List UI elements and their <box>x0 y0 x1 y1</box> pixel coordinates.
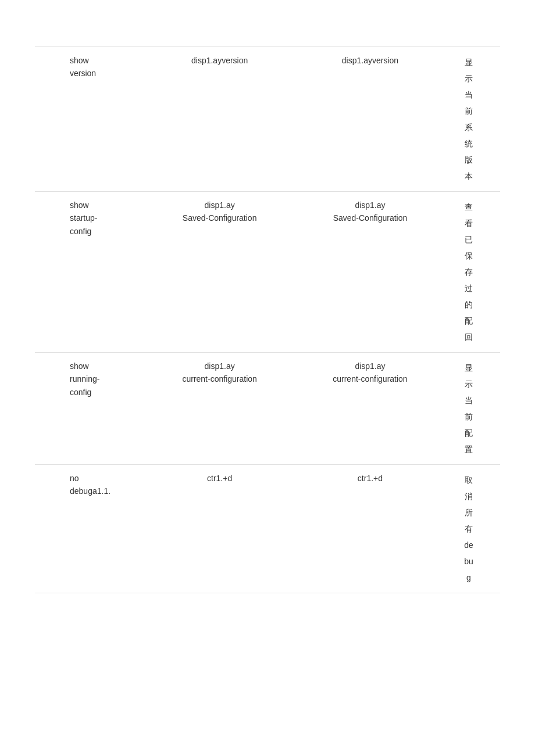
desc-char: 当 <box>455 392 483 409</box>
desc-char: 取 <box>455 472 483 488</box>
description-cell: 显示当前配置 <box>445 353 500 465</box>
desc-char: 显 <box>455 360 483 376</box>
param1-cell: disp1.ayversion <box>144 47 295 192</box>
desc-char: 的 <box>455 296 483 313</box>
table-row: show startup- configdisp1.aySaved-Config… <box>35 192 500 353</box>
desc-char: 回 <box>455 329 483 345</box>
desc-char: 置 <box>455 441 483 457</box>
desc-char: 消 <box>455 488 483 504</box>
desc-char: 所 <box>455 504 483 521</box>
desc-char: bu <box>455 553 483 569</box>
desc-char: 前 <box>455 409 483 425</box>
desc-char: 示 <box>455 70 483 87</box>
param2-cell: disp1.aySaved-Configuration <box>295 192 445 353</box>
description-cell: 查看已保存过的配回 <box>445 192 500 353</box>
table-row: show running- configdisp1.aycurrent-conf… <box>35 353 500 465</box>
desc-char: 过 <box>455 280 483 296</box>
desc-char: 前 <box>455 103 483 119</box>
desc-char: 系 <box>455 119 483 135</box>
description-cell: 取消所有debug <box>445 465 500 593</box>
desc-char: 示 <box>455 376 483 392</box>
desc-char: 统 <box>455 135 483 152</box>
param2-cell: ctr1.+d <box>295 465 445 593</box>
command-cell: show running- config <box>35 353 144 465</box>
param1-cell: ctr1.+d <box>144 465 295 593</box>
desc-char: 保 <box>455 248 483 264</box>
desc-char: 显 <box>455 54 483 70</box>
table-row: show versiondisp1.ayversiondisp1.ayversi… <box>35 47 500 192</box>
desc-char: g <box>455 569 483 586</box>
desc-char: 已 <box>455 231 483 248</box>
desc-char: 配 <box>455 425 483 441</box>
desc-char: 配 <box>455 313 483 329</box>
param1-cell: disp1.aySaved-Configuration <box>144 192 295 353</box>
desc-char: 本 <box>455 168 483 184</box>
desc-char: 有 <box>455 521 483 537</box>
desc-char: 存 <box>455 264 483 280</box>
desc-char: 看 <box>455 215 483 231</box>
command-table: show versiondisp1.ayversiondisp1.ayversi… <box>35 46 500 593</box>
description-cell: 显示当前系统版本 <box>445 47 500 192</box>
desc-char: 版 <box>455 152 483 168</box>
desc-char: de <box>455 537 483 553</box>
param2-cell: disp1.aycurrent-configuration <box>295 353 445 465</box>
main-content: show versiondisp1.ayversiondisp1.ayversi… <box>0 0 535 640</box>
param2-cell: disp1.ayversion <box>295 47 445 192</box>
desc-char: 当 <box>455 87 483 103</box>
command-cell: show version <box>35 47 144 192</box>
desc-char: 查 <box>455 199 483 215</box>
command-cell: show startup- config <box>35 192 144 353</box>
table-row: no debuga1.1.ctr1.+dctr1.+d取消所有debug <box>35 465 500 593</box>
param1-cell: disp1.aycurrent-configuration <box>144 353 295 465</box>
command-cell: no debuga1.1. <box>35 465 144 593</box>
